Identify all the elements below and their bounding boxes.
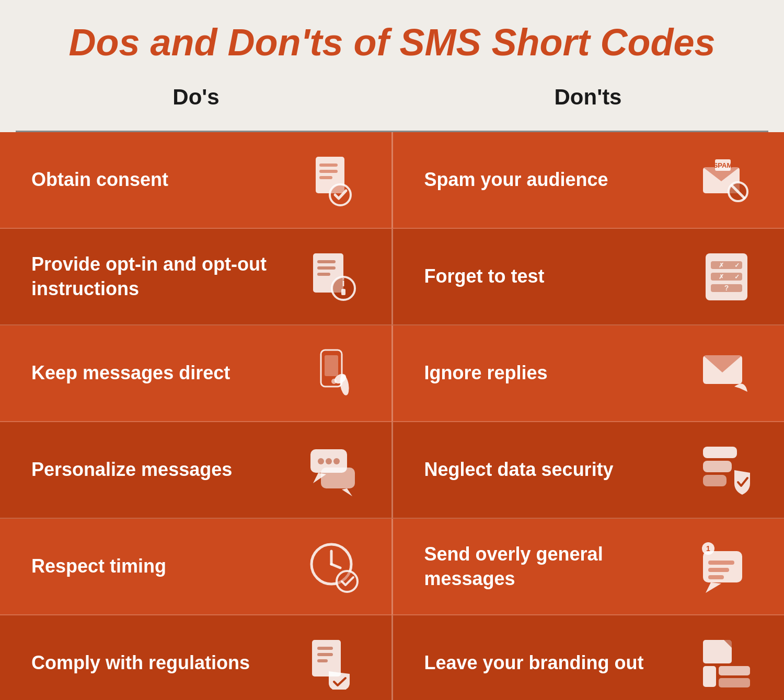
svg-rect-12 xyxy=(317,260,336,263)
notification-chat-icon: 1 xyxy=(695,535,758,598)
svg-text:✗: ✗ xyxy=(719,273,724,281)
svg-text:✗: ✗ xyxy=(719,262,724,269)
svg-rect-3 xyxy=(319,176,332,179)
dont-cell-1: Spam your audience SPAM xyxy=(391,132,785,229)
svg-rect-13 xyxy=(317,266,336,270)
dont-cell-3: Ignore replies xyxy=(391,325,785,422)
do-cell-4: Personalize messages xyxy=(0,422,391,519)
do-cell-5: Respect timing xyxy=(0,519,391,615)
svg-rect-62 xyxy=(719,678,750,687)
do-text-5: Respect timing xyxy=(31,554,303,579)
svg-marker-49 xyxy=(706,582,721,593)
do-cell-2: Provide opt-in and opt-out instructions … xyxy=(0,229,391,325)
mail-reply-icon xyxy=(695,342,758,405)
spam-mail-icon: SPAM xyxy=(695,149,758,212)
title-section: Dos and Don'ts of SMS Short Codes xyxy=(0,0,784,74)
svg-point-36 xyxy=(318,458,324,464)
donts-header: Don'ts xyxy=(392,74,784,120)
table-row: Provide opt-in and opt-out instructions … xyxy=(0,229,784,325)
dont-cell-5: Send overly general messages 1 xyxy=(391,519,785,615)
svg-rect-56 xyxy=(317,647,333,650)
dont-text-1: Spam your audience xyxy=(424,168,696,192)
do-text-2: Provide opt-in and opt-out instructions xyxy=(31,252,303,301)
svg-text:SPAM: SPAM xyxy=(713,161,733,169)
dont-cell-2: Forget to test ✗ ✓ ✗ ✓ ? xyxy=(391,229,785,325)
phone-touch-icon xyxy=(303,342,365,405)
table-row: Respect timing Send overly general messa… xyxy=(0,519,784,615)
svg-point-37 xyxy=(326,458,332,464)
do-cell-1: Obtain consent xyxy=(0,132,391,229)
do-text-1: Obtain consent xyxy=(31,168,303,192)
svg-rect-28 xyxy=(325,355,338,376)
table-row: Keep messages direct Ignore replies xyxy=(0,325,784,422)
svg-point-4 xyxy=(330,184,351,205)
dont-text-6: Leave your branding out xyxy=(424,651,696,675)
table-row: Personalize messages Neglect data securi… xyxy=(0,422,784,519)
svg-rect-39 xyxy=(321,468,355,488)
branding-icon xyxy=(695,632,758,695)
svg-text:✓: ✓ xyxy=(734,262,740,269)
svg-rect-54 xyxy=(708,575,724,579)
dont-text-4: Neglect data security xyxy=(424,458,696,482)
svg-rect-17 xyxy=(341,289,345,295)
document-info-icon: i xyxy=(303,246,365,308)
document-shield-icon xyxy=(303,632,365,695)
dont-cell-4: Neglect data security xyxy=(391,422,785,519)
svg-rect-43 xyxy=(703,475,727,486)
do-text-6: Comply with regulations xyxy=(31,651,303,675)
svg-rect-1 xyxy=(319,164,338,167)
page-wrapper: Dos and Don'ts of SMS Short Codes Do's D… xyxy=(0,0,784,700)
svg-rect-2 xyxy=(319,170,338,173)
checklist-question-icon: ✗ ✓ ✗ ✓ ? xyxy=(695,246,758,308)
clock-check-icon xyxy=(303,535,365,598)
table-row: Comply with regulations Leave your brand… xyxy=(0,615,784,700)
do-cell-6: Comply with regulations xyxy=(0,615,391,700)
table-row: Obtain consent Spam your audience xyxy=(0,132,784,229)
dos-header: Do's xyxy=(0,74,392,120)
svg-rect-58 xyxy=(317,659,328,662)
chat-bubbles-icon xyxy=(303,439,365,501)
svg-rect-55 xyxy=(312,640,341,676)
svg-rect-61 xyxy=(719,666,750,675)
do-text-3: Keep messages direct xyxy=(31,361,303,386)
svg-rect-53 xyxy=(708,568,729,572)
dont-text-5: Send overly general messages xyxy=(424,542,696,591)
dont-text-2: Forget to test xyxy=(424,264,696,289)
svg-point-38 xyxy=(333,458,340,464)
svg-rect-60 xyxy=(703,666,716,687)
svg-rect-14 xyxy=(317,273,330,276)
main-title: Dos and Don'ts of SMS Short Codes xyxy=(31,21,753,64)
table-section: Obtain consent Spam your audience xyxy=(0,132,784,700)
column-headers: Do's Don'ts xyxy=(0,74,784,131)
svg-rect-52 xyxy=(708,561,734,565)
svg-text:✓: ✓ xyxy=(734,273,740,281)
svg-text:1: 1 xyxy=(706,544,710,553)
svg-point-47 xyxy=(337,571,358,592)
document-check-icon xyxy=(303,149,365,212)
data-shield-icon xyxy=(695,439,758,501)
svg-rect-41 xyxy=(703,447,737,458)
dont-cell-6: Leave your branding out xyxy=(391,615,785,700)
svg-line-46 xyxy=(331,564,340,568)
do-text-4: Personalize messages xyxy=(31,458,303,482)
svg-rect-42 xyxy=(703,461,732,472)
dont-text-3: Ignore replies xyxy=(424,361,696,386)
svg-text:i: i xyxy=(342,277,345,288)
do-cell-3: Keep messages direct xyxy=(0,325,391,422)
svg-rect-57 xyxy=(317,653,333,656)
svg-marker-40 xyxy=(342,488,352,496)
svg-text:?: ? xyxy=(724,284,729,292)
